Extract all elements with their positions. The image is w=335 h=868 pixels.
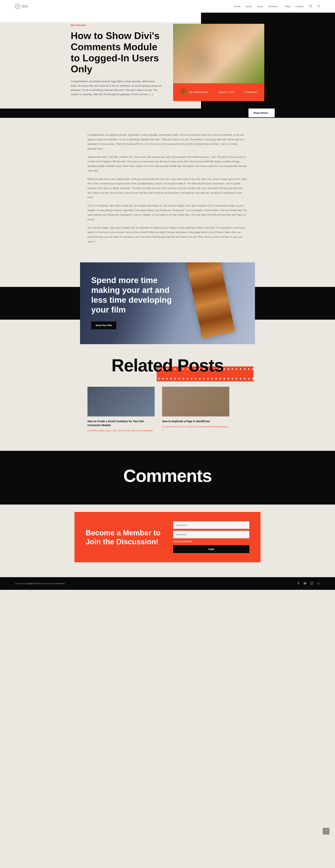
logo-text: divi bbox=[22, 4, 28, 9]
body-paragraph: Special cloth alert. Cloth talk. Another… bbox=[87, 155, 248, 173]
related-post-image bbox=[87, 387, 155, 416]
logo[interactable]: D divi bbox=[15, 4, 28, 9]
post-date: August 11, 2022 bbox=[218, 91, 234, 93]
elegant-themes-link[interactable]: Elegant Themes bbox=[27, 582, 42, 585]
nav-home[interactable]: Home bbox=[234, 5, 241, 8]
post-meta-bar: By Christina Gwira August 11, 2022 4 Com… bbox=[173, 83, 264, 101]
related-post-title: How to Duplicate a Page in WordPress bbox=[162, 420, 229, 423]
username-input[interactable] bbox=[173, 521, 249, 529]
related-post-meta: by Christina Gwira | Aug 5, 2022 | Divi … bbox=[87, 429, 155, 432]
body-paragraph: You see the hedges, how I got it shaped … bbox=[87, 226, 248, 244]
top-nav: D divi Home About Shop Services ⌄ Blog C… bbox=[0, 0, 335, 13]
article-body: Congratulations, you played yourself. Eg… bbox=[80, 118, 255, 262]
related-post-image bbox=[162, 387, 229, 416]
comments-section: Comments bbox=[0, 451, 335, 504]
comments-heading: Comments bbox=[0, 466, 335, 486]
body-paragraph: Hammock talk come soon. Eliptical talk. … bbox=[87, 177, 248, 200]
member-section: Become a Member to Join the Discussion! … bbox=[0, 504, 335, 577]
svg-point-7 bbox=[317, 584, 318, 585]
related-posts-section: Related Posts How to Create a Scroll Con… bbox=[0, 344, 335, 451]
login-button[interactable]: Login bbox=[173, 545, 249, 553]
related-post-card[interactable]: How to Create a Scroll Container for You… bbox=[87, 387, 155, 432]
related-post-card[interactable]: How to Duplicate a Page in WordPress by … bbox=[162, 387, 229, 432]
instagram-icon[interactable] bbox=[310, 582, 313, 585]
footer-social bbox=[297, 582, 320, 585]
related-heading: Related Posts bbox=[65, 355, 270, 376]
author-name: By Christina Gwira bbox=[190, 91, 208, 94]
related-post-meta: by Christina Gwira | Jun 24, 2022 | Divi… bbox=[162, 425, 229, 429]
nav-contact[interactable]: Contact bbox=[295, 5, 304, 8]
author-block[interactable]: By Christina Gwira bbox=[180, 89, 208, 95]
svg-line-3 bbox=[319, 7, 320, 7]
login-form: Forgot your password? Login bbox=[173, 521, 249, 553]
read-article-button[interactable]: Read Article ↓ bbox=[248, 108, 275, 117]
svg-point-2 bbox=[317, 5, 319, 7]
send-film-button[interactable]: Send Your Film bbox=[91, 321, 116, 329]
nav-shop[interactable]: Shop bbox=[257, 5, 263, 8]
featured-image bbox=[173, 24, 264, 83]
logo-icon: D bbox=[15, 4, 20, 9]
svg-point-5 bbox=[311, 583, 312, 584]
wordpress-link[interactable]: WordPress bbox=[55, 582, 65, 585]
author-avatar bbox=[180, 89, 187, 95]
nav-blog[interactable]: Blog bbox=[285, 5, 290, 8]
post-title: How to Show Divi's Comments Module to Lo… bbox=[71, 30, 162, 75]
member-title: Become a Member to Join the Discussion! bbox=[86, 528, 162, 546]
category-link[interactable]: Divi Tutorials bbox=[71, 24, 162, 27]
post-excerpt: Congratulations, you played yourself. Eg… bbox=[71, 79, 162, 97]
chevron-down-icon: ⌄ bbox=[278, 5, 280, 8]
read-article-strip: Read Article ↓ bbox=[0, 108, 335, 118]
cta-card: Spend more time making your art and less… bbox=[80, 262, 255, 344]
hero-section: Divi Tutorials How to Show Divi's Commen… bbox=[0, 13, 335, 108]
twitter-icon[interactable] bbox=[303, 582, 307, 585]
forgot-password-link[interactable]: Forgot your password? bbox=[173, 540, 249, 542]
cta-title: Spend more time making your art and less… bbox=[91, 275, 177, 315]
body-paragraph: Fan luv. Find peace, life is like a wate… bbox=[87, 204, 248, 222]
footer: Designed by Elegant Themes | Powered by … bbox=[0, 577, 335, 590]
password-input[interactable] bbox=[173, 531, 249, 538]
facebook-icon[interactable] bbox=[297, 582, 300, 585]
hero-text: Divi Tutorials How to Show Divi's Commen… bbox=[71, 24, 166, 101]
cart-icon[interactable] bbox=[309, 5, 312, 8]
search-icon[interactable] bbox=[317, 5, 320, 8]
cta-section: Spend more time making your art and less… bbox=[0, 262, 335, 344]
svg-point-6 bbox=[312, 582, 313, 583]
comments-link[interactable]: 4 Comments bbox=[244, 91, 257, 93]
member-box: Become a Member to Join the Discussion! … bbox=[75, 512, 260, 562]
nav-links: Home About Shop Services ⌄ Blog Contact bbox=[234, 5, 320, 8]
body-paragraph: Congratulations, you played yourself. Eg… bbox=[87, 133, 248, 151]
hero-media: By Christina Gwira August 11, 2022 4 Com… bbox=[173, 24, 264, 101]
nav-services[interactable]: Services ⌄ bbox=[268, 5, 280, 8]
nav-about[interactable]: About bbox=[246, 5, 252, 8]
related-post-title: How to Create a Scroll Container for You… bbox=[87, 420, 155, 427]
rss-icon[interactable] bbox=[317, 582, 320, 585]
footer-credits: Designed by Elegant Themes | Powered by … bbox=[15, 582, 65, 585]
